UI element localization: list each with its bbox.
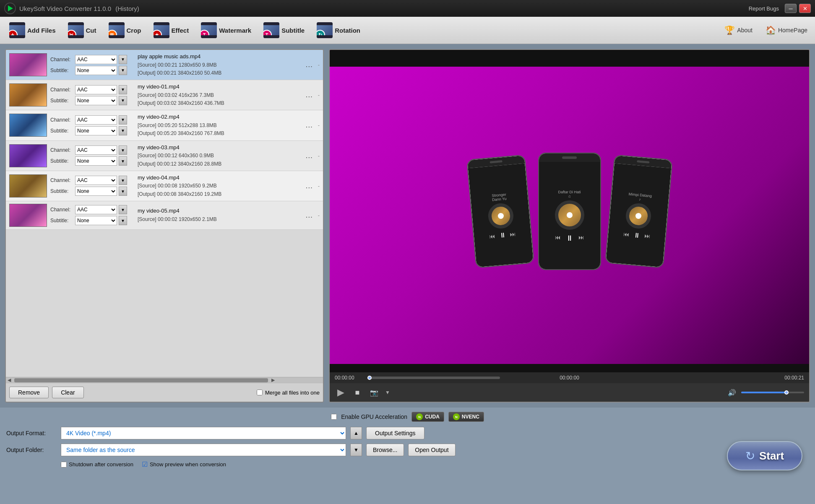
add-files-button[interactable]: + Add Files bbox=[4, 20, 61, 40]
subtitle-arrow[interactable]: ▼ bbox=[119, 96, 127, 105]
homepage-button[interactable]: 🏠 HomePage bbox=[762, 23, 811, 37]
phone-2-screen: Daftar Di Hati♫ ⏮ ⏸ ⏭ bbox=[539, 162, 600, 269]
channel-select[interactable]: AAC bbox=[75, 55, 117, 64]
file-source: [Source] 00:00:02 1920x650 2.1MB bbox=[138, 216, 300, 223]
output-format-arrow[interactable]: ▲ bbox=[350, 427, 362, 439]
timeline-thumb[interactable] bbox=[367, 376, 372, 380]
screenshot-button[interactable]: 📷 bbox=[368, 387, 380, 398]
subtitle-select[interactable]: None bbox=[75, 187, 117, 196]
subtitle-label: Subtitle: bbox=[50, 158, 73, 164]
channel-label: Channel: bbox=[50, 177, 73, 183]
hscroll-right-arrow[interactable]: ▶ bbox=[270, 377, 276, 383]
minimize-button[interactable]: ─ bbox=[785, 4, 797, 13]
output-folder-arrow[interactable]: ▼ bbox=[350, 444, 362, 456]
file-menu[interactable]: … bbox=[304, 60, 315, 69]
file-item[interactable]: Channel: AAC ▼ Subtitle: None ▼ my video… bbox=[6, 80, 323, 110]
subtitle-arrow[interactable]: ▼ bbox=[119, 66, 127, 75]
volume-thumb[interactable] bbox=[784, 390, 789, 395]
subtitle-arrow[interactable]: ▼ bbox=[119, 156, 127, 166]
play-button[interactable]: ▶ bbox=[335, 387, 346, 398]
file-menu[interactable]: … bbox=[304, 91, 315, 99]
hscroll-left-arrow[interactable]: ◀ bbox=[6, 377, 13, 383]
output-folder-row: Output Folder: Same folder as the source… bbox=[6, 444, 809, 456]
file-list-scroll[interactable]: Channel: AAC ▼ Subtitle: None ▼ play app… bbox=[6, 50, 323, 377]
channel-arrow[interactable]: ▼ bbox=[119, 85, 127, 94]
stop-button[interactable]: ■ bbox=[352, 387, 363, 398]
rotation-button[interactable]: ↻ Rotation bbox=[312, 20, 365, 40]
file-item[interactable]: Channel: AAC ▼ Subtitle: None ▼ my video… bbox=[6, 141, 323, 171]
channel-arrow[interactable]: ▼ bbox=[119, 55, 127, 64]
subtitle-select[interactable]: None bbox=[75, 156, 117, 166]
file-menu[interactable]: … bbox=[304, 121, 315, 130]
subtitle-select[interactable]: None bbox=[75, 96, 117, 105]
subtitle-label: Subtitle: bbox=[50, 68, 73, 73]
channel-select[interactable]: AAC bbox=[75, 115, 117, 125]
file-menu[interactable]: … bbox=[304, 151, 315, 160]
subtitle-select[interactable]: None bbox=[75, 126, 117, 135]
volume-slider[interactable] bbox=[741, 392, 804, 393]
phone-3-controls: ⏮ ⏸ ⏭ bbox=[623, 231, 650, 241]
file-info: my video-02.mp4 [Source] 00:05:20 512x28… bbox=[138, 113, 300, 138]
channel-arrow[interactable]: ▼ bbox=[119, 145, 127, 155]
file-item[interactable]: Channel: AAC ▼ Subtitle: None ▼ my video… bbox=[6, 201, 323, 230]
phone-2-controls: ⏮ ⏸ ⏭ bbox=[555, 234, 584, 243]
file-controls: Channel: AAC ▼ Subtitle: None ▼ bbox=[50, 55, 134, 75]
phone-1-disc bbox=[487, 202, 514, 229]
channel-select[interactable]: AAC bbox=[75, 205, 117, 214]
file-item[interactable]: Channel: AAC ▼ Subtitle: None ▼ my video… bbox=[6, 171, 323, 201]
preview-timeline: 00:00:00 00:00:00 00:00:21 bbox=[330, 372, 809, 383]
crop-button[interactable]: ⊞ Crop bbox=[104, 20, 146, 40]
phone-1-notch bbox=[490, 160, 502, 163]
cut-button[interactable]: ✂ Cut bbox=[63, 20, 102, 40]
subtitle-select[interactable]: None bbox=[75, 66, 117, 75]
phone-2-play: ⏸ bbox=[566, 234, 573, 243]
subtitle-button[interactable]: T Subtitle bbox=[258, 20, 310, 40]
channel-arrow[interactable]: ▼ bbox=[119, 205, 127, 214]
subtitle-arrow[interactable]: ▼ bbox=[119, 216, 127, 225]
file-item[interactable]: Channel: AAC ▼ Subtitle: None ▼ my video… bbox=[6, 110, 323, 140]
merge-checkbox[interactable] bbox=[257, 390, 263, 395]
channel-select[interactable]: AAC bbox=[75, 85, 117, 94]
clear-button[interactable]: Clear bbox=[52, 387, 83, 398]
output-format-select[interactable]: 4K Video (*.mp4) bbox=[61, 427, 346, 439]
output-settings-button[interactable]: Output Settings bbox=[366, 427, 424, 439]
watermark-button[interactable]: T Watermark bbox=[196, 20, 256, 40]
effect-button[interactable]: ★ Effect bbox=[148, 20, 194, 40]
watermark-icon: T bbox=[201, 30, 209, 38]
file-menu[interactable]: … bbox=[304, 211, 315, 220]
about-label: About bbox=[737, 27, 753, 34]
close-button[interactable]: ✕ bbox=[799, 4, 811, 13]
channel-arrow[interactable]: ▼ bbox=[119, 176, 127, 185]
browse-button[interactable]: Browse... bbox=[366, 444, 404, 456]
crop-icon-bg: ⊞ bbox=[109, 22, 125, 38]
channel-select[interactable]: AAC bbox=[75, 145, 117, 155]
subtitle-select[interactable]: None bbox=[75, 216, 117, 225]
camera-dropdown-arrow[interactable]: ▼ bbox=[385, 390, 390, 395]
horizontal-scrollbar[interactable]: ◀ ▶ bbox=[6, 377, 323, 383]
channel-arrow[interactable]: ▼ bbox=[119, 115, 127, 125]
subtitle-label: Subtitle bbox=[281, 27, 305, 34]
subtitle-arrow[interactable]: ▼ bbox=[119, 187, 127, 196]
timeline-bar[interactable] bbox=[367, 377, 500, 379]
subtitle-row: Subtitle: None ▼ bbox=[50, 216, 134, 225]
file-menu[interactable]: … bbox=[304, 182, 315, 190]
about-button[interactable]: 🏆 About bbox=[721, 23, 756, 37]
file-controls: Channel: AAC ▼ Subtitle: None ▼ bbox=[50, 85, 134, 105]
file-dash: - bbox=[318, 153, 320, 159]
file-thumbnail bbox=[9, 204, 47, 227]
start-button[interactable]: ↻ Start bbox=[727, 441, 802, 470]
report-bugs-link[interactable]: Report Bugs bbox=[749, 5, 779, 12]
subtitle-arrow[interactable]: ▼ bbox=[119, 126, 127, 135]
output-folder-select[interactable]: Same folder as the source bbox=[61, 444, 346, 456]
gpu-checkbox[interactable] bbox=[331, 414, 337, 420]
file-item[interactable]: Channel: AAC ▼ Subtitle: None ▼ play app… bbox=[6, 50, 323, 80]
file-thumbnail bbox=[9, 83, 47, 107]
channel-label: Channel: bbox=[50, 207, 73, 213]
channel-select[interactable]: AAC bbox=[75, 176, 117, 185]
remove-button[interactable]: Remove bbox=[9, 387, 49, 398]
phone-2-disc bbox=[555, 200, 584, 230]
hscroll-thumb[interactable] bbox=[14, 378, 268, 382]
shutdown-checkbox[interactable] bbox=[61, 462, 67, 468]
file-dash: - bbox=[318, 212, 320, 218]
open-output-button[interactable]: Open Output bbox=[408, 444, 455, 456]
